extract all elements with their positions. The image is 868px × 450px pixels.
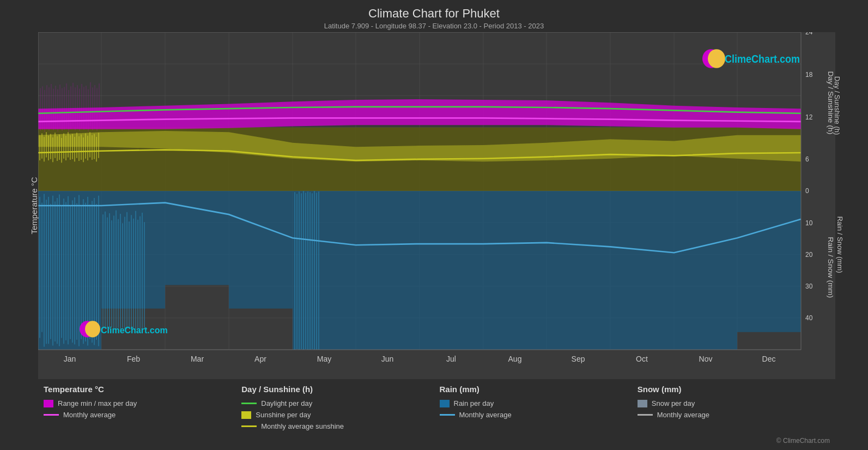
legend-item-rain-swatch: Rain per day bbox=[440, 399, 638, 407]
svg-rect-34 bbox=[737, 191, 801, 332]
svg-rect-85 bbox=[299, 191, 300, 350]
svg-rect-61 bbox=[96, 204, 97, 340]
svg-text:ClimeChart.com: ClimeChart.com bbox=[101, 325, 168, 335]
svg-rect-53 bbox=[78, 195, 80, 346]
svg-text:ClimeChart.com: ClimeChart.com bbox=[725, 53, 800, 65]
svg-rect-33 bbox=[674, 191, 737, 350]
svg-text:Mar: Mar bbox=[191, 354, 204, 363]
svg-rect-32 bbox=[610, 191, 674, 350]
svg-rect-92 bbox=[314, 191, 315, 350]
svg-point-191 bbox=[708, 49, 725, 68]
svg-rect-58 bbox=[89, 205, 90, 339]
right-axis-top-label: Day / Sunshine (h) bbox=[834, 76, 842, 135]
svg-text:Jul: Jul bbox=[446, 354, 456, 363]
legend-item-snow-swatch: Snow per day bbox=[638, 399, 835, 407]
snow-per-day-label: Snow per day bbox=[652, 399, 695, 407]
svg-rect-46 bbox=[63, 199, 64, 344]
copyright: © ClimeChart.com bbox=[776, 437, 830, 445]
sunshine-label: Sunshine per day bbox=[256, 411, 311, 419]
legend-item-temp-avg: Monthly average bbox=[44, 411, 241, 419]
svg-text:Feb: Feb bbox=[127, 354, 140, 363]
svg-text:Aug: Aug bbox=[508, 354, 522, 363]
svg-rect-69 bbox=[116, 211, 117, 329]
chart-svg: 50 40 30 20 10 0 -10 -20 -30 -40 -50 24 … bbox=[38, 32, 835, 379]
snow-avg-label: Monthly average bbox=[657, 411, 709, 419]
svg-rect-35 bbox=[39, 197, 40, 338]
legend-item-sunshine-swatch: Sunshine per day bbox=[241, 411, 439, 419]
svg-rect-27 bbox=[293, 191, 356, 350]
sunshine-avg-line bbox=[241, 425, 257, 427]
rain-avg-label: Monthly average bbox=[459, 411, 512, 419]
legend-col-sunshine: Day / Sunshine (h) Daylight per day Suns… bbox=[241, 385, 439, 445]
svg-rect-26 bbox=[229, 191, 293, 309]
rain-swatch bbox=[440, 400, 450, 407]
svg-rect-84 bbox=[296, 194, 298, 349]
svg-rect-31 bbox=[547, 191, 610, 350]
svg-text:12: 12 bbox=[805, 113, 812, 121]
svg-text:May: May bbox=[317, 354, 332, 363]
svg-text:20: 20 bbox=[805, 250, 812, 259]
rain-avg-line bbox=[440, 414, 455, 416]
svg-text:40: 40 bbox=[805, 314, 812, 322]
svg-rect-70 bbox=[118, 219, 119, 328]
svg-rect-89 bbox=[307, 191, 308, 350]
svg-text:Sep: Sep bbox=[572, 354, 585, 363]
svg-rect-87 bbox=[303, 191, 304, 350]
legend-item-sunshine-avg: Monthly average sunshine bbox=[241, 422, 439, 430]
svg-point-194 bbox=[85, 321, 100, 337]
svg-rect-78 bbox=[135, 211, 136, 329]
svg-rect-42 bbox=[54, 201, 56, 341]
sunshine-swatch bbox=[241, 411, 251, 419]
svg-text:24: 24 bbox=[805, 32, 812, 36]
svg-rect-90 bbox=[309, 192, 311, 350]
svg-rect-39 bbox=[48, 197, 49, 344]
svg-rect-83 bbox=[294, 192, 295, 350]
svg-rect-79 bbox=[137, 220, 138, 329]
daylight-line bbox=[241, 403, 257, 404]
legend-col-snow: Snow (mm) Snow per day Monthly average bbox=[638, 385, 835, 445]
svg-rect-44 bbox=[59, 195, 60, 346]
svg-rect-38 bbox=[46, 200, 47, 344]
svg-rect-47 bbox=[65, 202, 66, 340]
temp-avg-label: Monthly average bbox=[63, 411, 116, 419]
svg-rect-30 bbox=[483, 191, 547, 350]
svg-text:Oct: Oct bbox=[636, 354, 648, 363]
chart-header: Climate Chart for Phuket Latitude 7.909 … bbox=[0, 0, 868, 32]
svg-text:Jan: Jan bbox=[64, 354, 76, 363]
svg-text:30: 30 bbox=[805, 283, 812, 291]
chart-area: 50 40 30 20 10 0 -10 -20 -30 -40 -50 24 … bbox=[38, 32, 835, 379]
svg-rect-94 bbox=[318, 191, 319, 350]
svg-rect-64 bbox=[105, 212, 106, 329]
sunshine-avg-label: Monthly average sunshine bbox=[261, 422, 344, 430]
svg-rect-73 bbox=[124, 217, 125, 329]
svg-rect-77 bbox=[133, 219, 134, 329]
main-container: Climate Chart for Phuket Latitude 7.909 … bbox=[0, 0, 868, 450]
svg-rect-52 bbox=[76, 203, 77, 340]
temp-range-label: Range min / max per day bbox=[58, 399, 137, 407]
svg-rect-28 bbox=[356, 191, 420, 350]
svg-rect-91 bbox=[312, 193, 313, 349]
svg-rect-65 bbox=[107, 218, 108, 328]
legend-title-rain: Rain (mm) bbox=[440, 385, 638, 394]
svg-rect-45 bbox=[61, 206, 62, 338]
svg-rect-74 bbox=[126, 212, 128, 329]
daylight-label: Daylight per day bbox=[261, 399, 312, 407]
svg-rect-71 bbox=[120, 214, 121, 329]
left-axis-label: Temperature °C bbox=[29, 177, 39, 234]
svg-rect-76 bbox=[131, 215, 132, 329]
svg-rect-72 bbox=[122, 223, 123, 328]
svg-rect-43 bbox=[57, 198, 58, 344]
legend-item-snow-avg: Monthly average bbox=[638, 411, 835, 419]
svg-rect-93 bbox=[316, 193, 317, 350]
svg-rect-56 bbox=[85, 203, 86, 341]
legend-item-daylight: Daylight per day bbox=[241, 399, 439, 407]
svg-rect-54 bbox=[81, 206, 82, 339]
svg-text:18: 18 bbox=[805, 71, 812, 79]
svg-rect-68 bbox=[113, 215, 114, 329]
svg-rect-82 bbox=[144, 222, 145, 328]
svg-text:0: 0 bbox=[805, 187, 809, 195]
svg-rect-41 bbox=[52, 196, 53, 346]
svg-text:Jun: Jun bbox=[381, 354, 394, 363]
legend-title-snow: Snow (mm) bbox=[638, 385, 835, 394]
legend-col-rain: Rain (mm) Rain per day Monthly average bbox=[440, 385, 638, 445]
